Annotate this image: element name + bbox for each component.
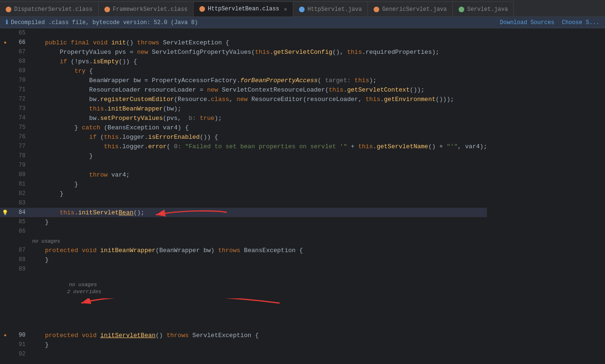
line-88-content: } [30,256,487,263]
line-75-content: } catch (BeansException var4) { [30,124,487,131]
table-row: 65 [0,28,487,38]
gutter-85 [0,217,10,227]
tab-genericservlet[interactable]: GenericServlet.java [368,1,453,17]
tab-httpservlet[interactable]: HttpServlet.java [293,1,368,17]
line-81-content: } [30,181,487,188]
info-bar-left: ℹ Decompiled .class file, bytecode versi… [6,19,198,26]
line-92-content [30,351,487,358]
gutter-71 [0,85,10,94]
info-text: Decompiled .class file, bytecode version… [11,19,198,26]
line-69-content: try { [30,68,487,75]
gutter-76 [0,132,10,142]
line-num-89: 89 [10,266,30,272]
tab-icon-green [459,7,464,12]
lightbulb-icon: 💡 [2,210,9,216]
line-84-content: this.initServletBean(); [30,209,487,216]
download-sources-link[interactable]: Download Sources [500,19,554,26]
table-row: 78 } [0,151,487,161]
line-num-85: 85 [10,219,30,225]
no-usages-content-2: no usages 2 overrides [30,274,487,330]
line-71-content: ResourceLoader resourceLoader = new Serv… [30,86,487,93]
line-85-content: } [30,219,487,226]
line-num-69: 69 [10,68,30,74]
tab-servlet[interactable]: Servlet.java [453,1,514,17]
gutter-nousages2 [0,297,10,307]
line-79-content [30,162,487,169]
line-67-content: PropertyValues pvs = new ServletConfigPr… [30,49,487,56]
arrow-svg-84 [142,208,236,222]
line-num-66: 66 [10,39,30,46]
ide-window: DispatcherServlet.class FrameworkServlet… [0,0,605,364]
line-num-80: 80 [10,171,30,178]
line-91-content: } [30,341,487,348]
no-usages-row-2: no usages 2 overrides [0,274,487,330]
choose-sources-link[interactable]: Choose S... [562,19,599,26]
breakpoint-icon: ● [4,40,7,45]
gutter-78 [0,151,10,161]
gutter-73 [0,104,10,113]
table-row: 69 try { [0,66,487,76]
table-row: 71 ResourceLoader resourceLoader = new S… [0,85,487,94]
code-editor[interactable]: 65 ● 66 public final void init() throws … [0,28,487,362]
line-82-content: } [30,190,487,197]
line-num-72: 72 [10,96,30,102]
table-row: 75 } catch (BeansException var4) { [0,123,487,132]
gutter-70 [0,76,10,85]
gutter-77 [0,142,10,151]
tab-frameworkservlet[interactable]: FrameworkServlet.class [99,1,194,17]
tab-dispatcherservlet[interactable]: DispatcherServlet.class [0,1,99,17]
table-row: 68 if (!pvs.isEmpty()) { [0,57,487,66]
table-row: 92 [0,349,487,359]
gutter-92 [0,349,10,359]
table-row: ● 90 protected void initServletBean() th… [0,330,487,340]
line-num-87: 87 [10,247,30,254]
gutter-nousages1 [0,236,10,245]
tab-label: HttpServlet.java [307,6,362,13]
line-89-content [30,266,487,273]
tab-label: HttpServletBean.class [208,6,279,12]
line-num-74: 74 [10,115,30,121]
breakpoint-icon-90: ● [4,333,7,338]
tab-httpservletbean[interactable]: HttpServletBean.class ✕ [194,1,293,17]
code-area: 65 ● 66 public final void init() throws … [0,28,605,362]
line-num-77: 77 [10,143,30,150]
gutter-89 [0,264,10,274]
line-90-content: protected void initServletBean() throws … [30,332,487,339]
line-num-86: 86 [10,228,30,235]
gutter-66: ● [0,38,10,47]
gutter-90: ● [0,330,10,340]
info-icon: ℹ [6,19,8,26]
overrides-badge: 2 overrides [67,289,102,295]
tab-icon-orange [374,7,379,12]
table-row: 87 protected void initBeanWrapper(BeanWr… [0,245,487,255]
gutter-83 [0,198,10,208]
line-68-content: if (!pvs.isEmpty()) { [30,58,487,65]
line-num-68: 68 [10,58,30,65]
line-83-content [30,200,487,207]
gutter-79 [0,161,10,170]
tab-label: FrameworkServlet.class [113,6,187,13]
line-num-88: 88 [10,256,30,263]
tab-label: DispatcherServlet.class [14,6,93,13]
tab-bar: DispatcherServlet.class FrameworkServlet… [0,0,605,17]
line-num-71: 71 [10,86,30,93]
line-77-content: this.logger.error( 0: "Failed to set bea… [30,143,487,150]
table-row: 91 } [0,340,487,349]
line-num-92: 92 [10,351,30,357]
gutter-74 [0,113,10,123]
line-num-73: 73 [10,105,30,112]
table-row: 79 [0,161,487,170]
line-78-content: } [30,152,487,160]
table-row: 82 } [0,189,487,198]
table-row: 67 PropertyValues pvs = new ServletConfi… [0,47,487,57]
line-73-content: this.initBeanWrapper(bw); [30,105,487,112]
table-row: 88 } [0,255,487,264]
no-usages-content-1: no usages [30,237,487,245]
tab-label: Servlet.java [467,6,508,13]
table-row: 80 throw var4; [0,170,487,179]
tab-close-icon[interactable]: ✕ [284,6,287,12]
tab-icon-orange [104,7,110,12]
tab-icon-blue [299,7,305,12]
gutter-87 [0,245,10,255]
table-row: 72 bw.registerCustomEditor(Resource.clas… [0,94,487,104]
